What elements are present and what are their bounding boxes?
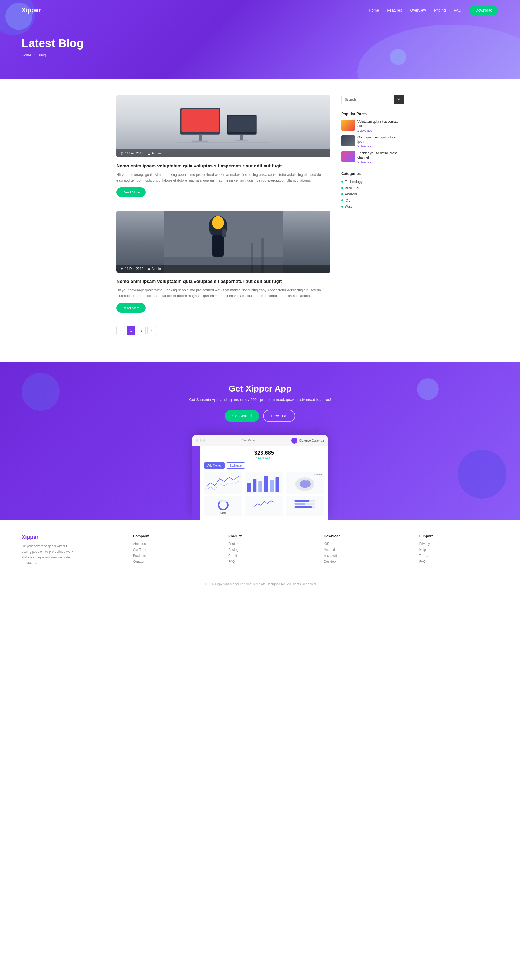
nav-link-home[interactable]: Home [369,8,379,13]
breadcrumb-home[interactable]: Home [22,53,31,57]
post-1-excerpt: Hit your coverage goals without boxing p… [116,172,331,183]
svg-rect-6 [240,135,243,140]
mockup-stat-change: +5.3% (24H) [204,456,324,459]
blog-image-2: 11 Dec 2018 Admin [116,210,331,273]
category-technology[interactable]: Technology [341,180,404,184]
popular-post-1-info: Volutatem quia sit aspernatur aut 2 days… [358,120,404,132]
search-button[interactable] [394,95,404,104]
mockup-card-2 [245,496,283,516]
mockup-nav-sidebar [192,446,200,520]
footer-link-about[interactable]: About us [133,542,212,546]
sparkline-svg [247,498,281,509]
prev-page-button[interactable]: ‹ [116,326,125,335]
mockup-add-money-btn[interactable]: Add Money [204,463,224,469]
mockup-topbar: New Resin Clarence Gutierrez [192,435,328,446]
popular-posts-title: Popular Posts [341,111,404,116]
mockup-donut-chart [218,500,229,511]
nav-link-features[interactable]: Features [387,8,402,13]
footer-product-col: Product Feature Pricing Credit FAQ [228,534,307,566]
popular-post-2-title[interactable]: Quiququam est, qui dolorem ipsum [358,135,404,144]
cta-bg-circle-3 [458,450,506,498]
cta-section: Get Xipper App Get Saasmin App landing a… [0,362,520,520]
footer-link-contact[interactable]: Contact [133,560,212,563]
footer-company-title: Company [133,534,212,538]
categories-widget: Categories Technology Business Android i… [341,172,404,208]
category-wach[interactable]: Wach [341,205,404,208]
footer-link-pricing[interactable]: Pricing [228,548,307,552]
category-dot [341,199,343,201]
category-business[interactable]: Business [341,186,404,190]
footer-link-ios[interactable]: iOS [324,542,403,546]
dashboard-mockup: New Resin Clarence Gutierrez $23,685 +5.… [192,435,328,520]
footer-link-privacy[interactable]: Privacy [419,542,498,546]
blog-image-1: 11 Dec 2018 Admin [116,95,331,158]
footer-link-desktop[interactable]: Desktop [324,560,403,563]
popular-post-2-thumb [341,135,355,146]
footer-link-feature[interactable]: Feature [228,542,307,546]
read-more-button-2[interactable]: Read More [116,303,146,313]
page-2-button[interactable]: 2 [137,326,146,335]
svg-rect-17 [247,483,251,492]
footer-link-help[interactable]: Help [419,548,498,552]
mockup-exchange-btn[interactable]: Exchange [226,463,245,469]
post-1-meta: 11 Dec 2018 Admin [116,149,331,158]
popular-posts-widget: Popular Posts Volutatem quia sit asperna… [341,111,404,164]
breadcrumb-current: Blog [39,53,46,57]
free-trial-button[interactable]: Free Trial [263,410,295,422]
popular-post-3-thumb [341,151,355,162]
blog-post-2: 11 Dec 2018 Admin Nemo enim ipsam volupt… [116,210,331,312]
category-dot [341,206,343,208]
post-1-date: 11 Dec 2018 [121,151,143,155]
page-title: Latest Blog [22,37,498,50]
popular-post-2-date: 2 days ago [358,145,404,148]
category-ios[interactable]: iOS [341,198,404,202]
svg-rect-5 [228,116,256,132]
nav-link-pricing[interactable]: Pricing [434,8,446,13]
mockup-bar-chart [245,472,283,494]
footer-link-team[interactable]: Our Team [133,548,212,552]
popular-post-3-date: 2 days ago [358,161,404,164]
svg-rect-27 [295,503,305,505]
sidebar: Popular Posts Volutatem quia sit asperna… [341,95,404,346]
svg-point-11 [212,216,224,229]
mockup-bottom-cards: Stats [204,496,324,516]
categories-title: Categories [341,172,404,176]
post-2-date: 11 Dec 2018 [121,267,143,270]
cta-title: Get Xipper App [5,383,515,394]
category-dot [341,193,343,195]
svg-rect-19 [258,482,262,492]
popular-post-3-title[interactable]: Enables you to define cross-channel [358,151,404,159]
footer-link-terms[interactable]: Terms [419,554,498,558]
nav-logo: Xipper [22,7,41,14]
mockup-user: Clarence Gutierrez [291,438,324,444]
next-page-button[interactable]: › [147,326,156,335]
mockup-card-1: Stats [204,496,242,516]
nav-link-faq[interactable]: FAQ [454,8,461,13]
footer-link-products[interactable]: Products [133,554,212,558]
footer-link-android[interactable]: Android [324,548,403,552]
footer-link-microsoft[interactable]: Microsoft [324,554,403,558]
mockup-nav-3 [195,455,198,455]
footer-link-faq-product[interactable]: FAQ [228,560,307,563]
page-1-button[interactable]: 1 [127,326,135,335]
get-started-button[interactable]: Get Started [225,410,259,422]
nav-link-overview[interactable]: Overview [410,8,426,13]
phone-scene-illustration [116,210,331,273]
footer-copyright: 2019 © Copyright Xipper Landing Template… [22,577,498,586]
read-more-button-1[interactable]: Read More [116,188,146,197]
footer-link-faq-support[interactable]: FAQ [419,560,498,563]
popular-post-1-title[interactable]: Volutatem quia sit aspernatur aut [358,120,404,128]
progress-bars-svg [288,498,322,509]
footer-brand: Xipper Hit your coverage goals without b… [22,534,117,566]
popular-post-2: Quiququam est, qui dolorem ipsum 2 days … [341,135,404,148]
mockup-dot-3 [203,439,205,442]
mockup-action-buttons: Add Money Exchange [204,463,324,469]
nav-download-button[interactable]: Download [470,5,498,15]
popular-post-2-info: Quiququam est, qui dolorem ipsum 2 days … [358,135,404,148]
mockup-charts: Europe [204,472,324,494]
nav-links: Home Features Overview Pricing FAQ Downl… [369,5,498,15]
footer-description: Hit your coverage goals without boxing p… [22,544,76,566]
footer-link-credit[interactable]: Credit [228,554,307,558]
search-input[interactable] [341,95,394,104]
category-android[interactable]: Android [341,192,404,196]
